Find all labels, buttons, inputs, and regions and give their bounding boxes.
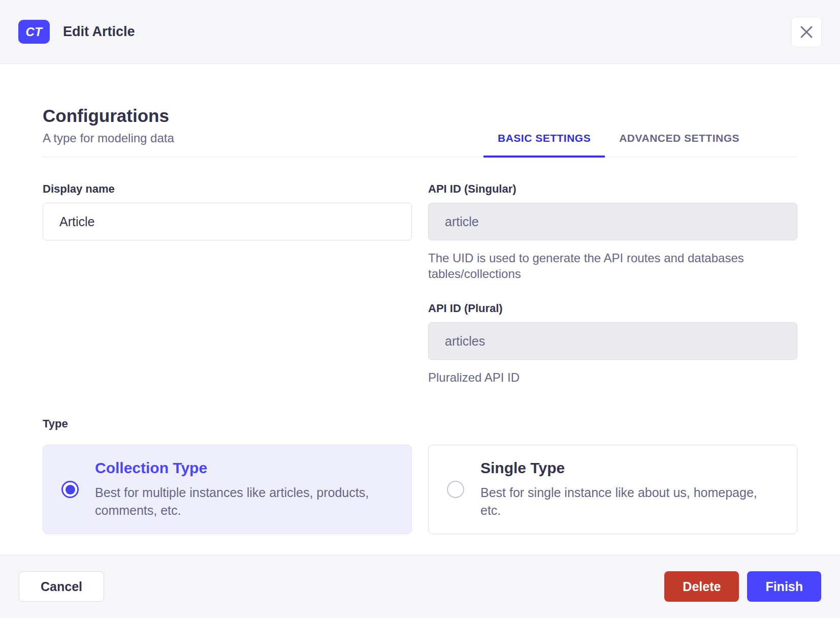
display-name-field-group: Display name [43,182,412,240]
left-column: Display name [43,182,412,386]
modal-title: Edit Article [63,24,135,40]
api-id-singular-input [428,203,797,240]
collection-type-title: Collection Type [95,459,380,477]
section-head: Configurations A type for modeling data … [43,106,797,157]
single-type-title: Single Type [480,459,766,477]
type-cards: Collection Type Best for multiple instan… [43,445,797,534]
single-type-text: Single Type Best for single instance lik… [480,459,766,520]
api-id-singular-field-group: API ID (Singular) The UID is used to gen… [428,182,797,282]
single-type-description: Best for single instance like about us, … [480,484,766,520]
api-id-plural-field-group: API ID (Plural) Pluralized API ID [428,302,797,386]
modal-header: CT Edit Article [0,0,840,64]
tab-advanced-settings[interactable]: ADVANCED SETTINGS [605,132,754,158]
type-section: Type Collection Type Best for multiple i… [43,417,797,534]
display-name-input[interactable] [43,203,412,240]
display-name-label: Display name [43,182,412,196]
cancel-button[interactable]: Cancel [19,571,104,602]
page-subtitle: A type for modeling data [43,131,174,145]
delete-button[interactable]: Delete [664,571,739,602]
type-label: Type [43,417,797,430]
content-type-badge: CT [18,20,50,44]
single-type-radio[interactable] [447,481,464,498]
collection-type-radio[interactable] [61,481,79,498]
single-type-option[interactable]: Single Type Best for single instance lik… [428,445,797,534]
collection-type-option[interactable]: Collection Type Best for multiple instan… [43,445,412,534]
section-titles: Configurations A type for modeling data [43,106,174,157]
page-title: Configurations [43,106,174,126]
modal-body: Configurations A type for modeling data … [0,64,840,554]
collection-type-text: Collection Type Best for multiple instan… [95,459,380,520]
content-type-badge-label: CT [26,25,43,39]
settings-tabs: BASIC SETTINGS ADVANCED SETTINGS [483,132,754,157]
right-column: API ID (Singular) The UID is used to gen… [428,182,797,386]
finish-button[interactable]: Finish [747,571,821,602]
tab-basic-settings[interactable]: BASIC SETTINGS [483,132,605,158]
api-id-singular-label: API ID (Singular) [428,182,797,196]
collection-type-description: Best for multiple instances like article… [95,484,380,520]
close-button[interactable] [791,17,822,47]
modal-footer: Cancel Delete Finish [0,554,840,618]
api-id-plural-label: API ID (Plural) [428,302,797,315]
api-id-plural-input [428,322,797,360]
api-id-singular-helper: The UID is used to generate the API rout… [428,251,797,282]
close-icon [799,24,814,40]
configuration-form: Display name API ID (Singular) The UID i… [43,182,797,386]
api-id-plural-helper: Pluralized API ID [428,370,797,386]
